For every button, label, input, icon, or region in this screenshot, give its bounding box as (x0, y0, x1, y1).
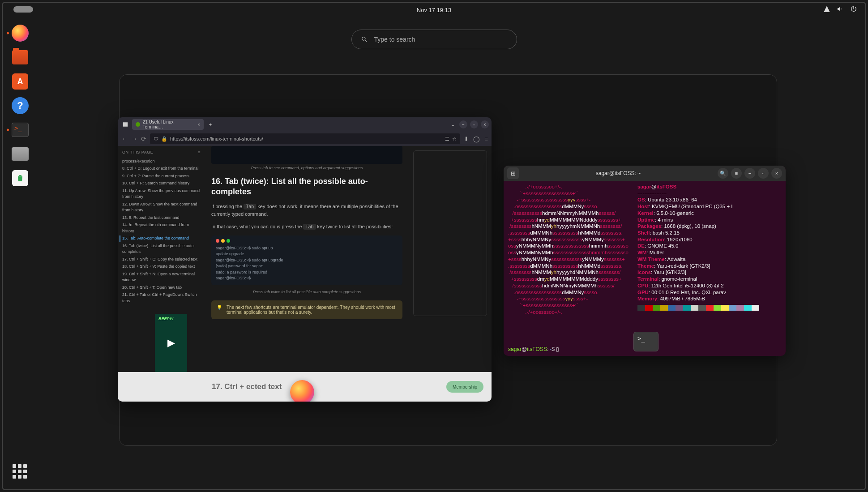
toc-item[interactable]: process/execution (122, 158, 201, 165)
network-icon (823, 5, 830, 13)
close-button[interactable]: × (771, 168, 782, 179)
dock-firefox[interactable] (10, 23, 30, 43)
tab-title: 21 Useful Linux Termina… (143, 120, 193, 129)
toc-item[interactable]: 20. Ctrl + Shift + T: Open new tab (122, 285, 201, 291)
tabs-dropdown[interactable]: ⌄ (448, 120, 458, 129)
toc-toggle[interactable]: ≡ (198, 150, 201, 156)
firefox-toolbar: ← → ⟳ 🛡 🔒 https://itsfoss.com/linux-term… (118, 132, 492, 146)
bookmark-icon[interactable]: ☆ (452, 136, 457, 142)
activities-pill[interactable] (13, 6, 33, 13)
caption: Press tab to see command, options and ar… (211, 166, 402, 170)
menu-icon[interactable]: ≡ (484, 136, 488, 142)
dock-terminal[interactable]: >_ (10, 120, 30, 140)
toc-item[interactable]: 14. !n: Repeat the nth command from hist… (122, 222, 201, 234)
toc-header: ON THIS PAGE (122, 150, 153, 156)
toc-item[interactable]: 10. Ctrl + R: Search command history (122, 180, 201, 187)
shield-icon: 🛡 (154, 136, 158, 141)
new-tab-button[interactable]: ⊞ (507, 167, 519, 179)
terminal-title: sagar@itsFOSS: ~ (522, 170, 714, 176)
disks-icon (12, 147, 29, 161)
account-icon[interactable]: ◯ (473, 136, 480, 142)
toc-item[interactable]: 9. Ctrl + Z: Pause the current process (122, 173, 201, 180)
note-box: 💡 The next few shortcuts are terminal em… (211, 300, 402, 319)
forward-button[interactable]: → (131, 135, 137, 142)
terminal-window[interactable]: ⊞ sagar@itsFOSS: ~ 🔍 ≡ − ▫ × .-/+oosssso… (504, 166, 786, 356)
terminal-thumbnail-icon: >_ (633, 332, 658, 351)
help-icon: ? (12, 97, 29, 114)
heading-17: 17. Ctrl + ected text (212, 382, 282, 391)
address-bar[interactable]: 🛡 🔒 https://itsfoss.com/linux-terminal-s… (150, 133, 460, 144)
heading-16: 16. Tab (twice): List all the possible a… (211, 176, 402, 197)
firefox-window[interactable]: 21 Useful Linux Termina… × + ⌄ − ▫ × ← →… (118, 117, 492, 402)
browser-tab[interactable]: 21 Useful Linux Termina… × (132, 119, 204, 130)
paragraph: If pressing the Tab key does not work, i… (211, 203, 402, 218)
video-thumbnail[interactable]: BEEPY! (155, 314, 187, 372)
toc-item[interactable]: 13. !!: Repeat the last command (122, 215, 201, 221)
terminal-output[interactable]: .-/+oossssoo+/-. `:+ssssssssssssssssss+:… (504, 181, 786, 356)
dock-help[interactable]: ? (10, 96, 30, 116)
dock-disks[interactable] (10, 144, 30, 164)
search-placeholder: Type to search (374, 36, 415, 43)
minimize-button[interactable]: − (459, 120, 467, 128)
toc-item[interactable]: 19. Ctrl + Shift + N: Open a new termina… (122, 271, 201, 283)
status-tray[interactable] (823, 5, 857, 13)
firefox-icon (290, 380, 314, 402)
maximize-button[interactable]: ▫ (758, 168, 769, 179)
membership-button[interactable]: Membership (446, 381, 483, 393)
url-text: https://itsfoss.com/linux-terminal-short… (170, 136, 263, 141)
pocket-icon[interactable]: ⬇ (464, 136, 469, 142)
gnome-topbar: Nov 17 19:13 (3, 3, 865, 17)
search-button[interactable]: 🔍 (718, 168, 728, 179)
article-sidebar (409, 146, 492, 402)
close-button[interactable]: × (481, 120, 489, 128)
toc-item[interactable]: 16. Tab (twice): List all the possible a… (122, 243, 201, 255)
terminal-icon: >_ (12, 123, 29, 137)
reader-icon[interactable]: ☰ (445, 136, 449, 142)
toc-item[interactable]: 18. Ctrl + Shift + V: Paste the copied t… (122, 264, 201, 270)
files-icon (12, 50, 28, 64)
power-icon (850, 5, 857, 13)
tab-close[interactable]: × (197, 122, 200, 127)
show-apps-button[interactable] (13, 464, 27, 479)
article-body: Press tab to see command, options and ar… (205, 146, 409, 402)
neofetch-ascii: .-/+oossssoo+/-. `:+ssssssssssssssssss+:… (508, 184, 629, 353)
toc-item[interactable]: 21. Ctrl + Tab or Ctrl + PageDown: Switc… (122, 292, 201, 304)
volume-icon (837, 5, 844, 13)
toc-item[interactable]: 12. Down Arrow: Show the next command fr… (122, 201, 201, 214)
toc-item[interactable]: 17. Ctrl + Shift + C: Copy the selected … (122, 257, 201, 263)
trash-icon (12, 170, 28, 186)
new-tab-button[interactable]: + (205, 120, 215, 129)
minimize-button[interactable]: − (744, 168, 755, 179)
sidebar-toggle[interactable] (120, 120, 130, 129)
terminal-prompt[interactable]: sagar@itsFOSS:~$ ▯ (508, 346, 559, 352)
dock-files[interactable] (10, 47, 30, 67)
dock: ? >_ (7, 23, 33, 485)
toc-item[interactable]: 11. Up Arrow: Show the previous command … (122, 188, 201, 200)
caption: Press tab twice to list all possible aut… (211, 290, 402, 294)
article-footer: BEEPY! 17. Ctrl + ected text Membership (118, 372, 492, 402)
maximize-button[interactable]: ▫ (470, 120, 478, 128)
software-icon (12, 73, 28, 90)
reload-button[interactable]: ⟳ (141, 135, 146, 142)
toc-item[interactable]: 8. Ctrl + D: Logout or exit from the ter… (122, 166, 201, 172)
firefox-icon (12, 25, 29, 42)
search-icon (361, 36, 368, 43)
back-button[interactable]: ← (121, 135, 128, 142)
clock[interactable]: Nov 17 19:13 (417, 7, 451, 13)
code-block: sagar@itsFOSS:~$ sudo apt upupdate upgra… (211, 235, 402, 285)
paragraph: In that case, what you can do is press t… (211, 223, 402, 231)
toc-item[interactable]: 15. Tab: Auto-complete the command (120, 235, 201, 242)
dock-software[interactable] (10, 72, 30, 91)
dock-trash[interactable] (10, 168, 30, 188)
article-image (211, 146, 402, 164)
firefox-tabbar: 21 Useful Linux Termina… × + ⌄ − ▫ × (118, 117, 492, 132)
menu-button[interactable]: ≡ (731, 168, 742, 179)
lock-icon: 🔒 (161, 136, 167, 142)
neofetch-info: sagar@itsFOSS ----------------- OS: Ubun… (637, 184, 759, 353)
terminal-headerbar: ⊞ sagar@itsFOSS: ~ 🔍 ≡ − ▫ × (504, 166, 786, 181)
idea-icon: 💡 (217, 305, 222, 310)
overview-search[interactable]: Type to search (351, 30, 517, 49)
